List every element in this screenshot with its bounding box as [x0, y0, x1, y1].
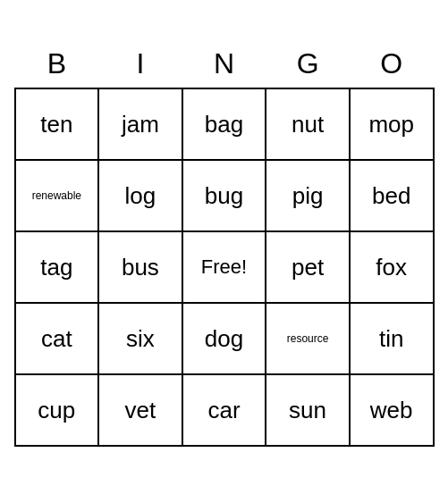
bingo-cell: tin: [350, 303, 434, 374]
bingo-cell: jam: [98, 88, 182, 160]
bingo-row: tagbusFree!petfox: [15, 231, 434, 303]
bingo-cell: pig: [266, 160, 350, 231]
bingo-cell: cat: [15, 303, 99, 374]
bingo-cell: six: [98, 303, 182, 374]
bingo-header-row: BINGO: [15, 39, 434, 88]
bingo-cell: web: [350, 374, 434, 446]
bingo-cell: log: [98, 160, 182, 231]
bingo-row: tenjambagnutmop: [15, 88, 434, 160]
bingo-row: cupvetcarsunweb: [15, 374, 434, 446]
bingo-cell: car: [182, 374, 266, 446]
bingo-cell: ten: [15, 88, 99, 160]
bingo-cell: bug: [182, 160, 266, 231]
header-letter: B: [15, 39, 99, 88]
bingo-cell: bed: [350, 160, 434, 231]
header-letter: N: [182, 39, 266, 88]
bingo-cell: nut: [266, 88, 350, 160]
bingo-cell: mop: [350, 88, 434, 160]
bingo-cell: Free!: [182, 231, 266, 303]
bingo-cell: dog: [182, 303, 266, 374]
bingo-cell: cup: [15, 374, 99, 446]
bingo-cell: sun: [266, 374, 350, 446]
bingo-cell: vet: [98, 374, 182, 446]
bingo-row: catsixdogresourcetin: [15, 303, 434, 374]
header-letter: O: [350, 39, 434, 88]
bingo-cell: pet: [266, 231, 350, 303]
bingo-row: renewablelogbugpigbed: [15, 160, 434, 231]
header-letter: G: [266, 39, 350, 88]
bingo-cell: renewable: [15, 160, 99, 231]
bingo-cell: resource: [266, 303, 350, 374]
bingo-cell: fox: [350, 231, 434, 303]
bingo-cell: bag: [182, 88, 266, 160]
bingo-cell: tag: [15, 231, 99, 303]
bingo-cell: bus: [98, 231, 182, 303]
bingo-card: BINGO tenjambagnutmoprenewablelogbugpigb…: [14, 39, 435, 447]
header-letter: I: [98, 39, 182, 88]
